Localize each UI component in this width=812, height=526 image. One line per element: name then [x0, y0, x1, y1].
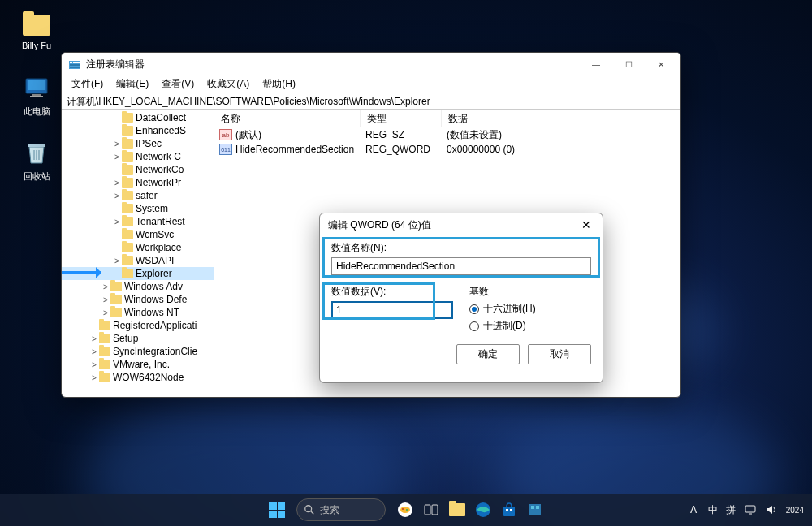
tree-item[interactable]: Workplace [62, 241, 214, 254]
maximize-button[interactable]: ☐ [612, 54, 645, 74]
list-row[interactable]: 011HideRecommendedSectionREG_QWORD0x0000… [214, 142, 680, 157]
tree-item[interactable]: >NetworkPr [62, 176, 214, 189]
tree-item[interactable]: Explorer [62, 267, 214, 280]
list-header: 名称 类型 数据 [214, 110, 680, 127]
tree-item[interactable]: >VMware, Inc. [62, 358, 214, 371]
tree-item[interactable]: >safer [62, 189, 214, 202]
taskbar-file-explorer[interactable] [446, 498, 469, 521]
folder-icon [122, 191, 133, 200]
minimize-button[interactable]: — [580, 54, 612, 74]
desktop-icon-this-pc[interactable]: 此电脑 [12, 73, 61, 118]
base-label: 基数 [469, 285, 591, 299]
folder-icon [122, 139, 133, 149]
value-name-field[interactable]: HideRecommendedSection [331, 257, 591, 275]
folder-icon [122, 204, 133, 213]
col-type[interactable]: 类型 [361, 110, 442, 127]
tree-item[interactable]: DataCollect [62, 111, 214, 124]
tree-item[interactable]: NetworkCo [62, 163, 214, 176]
value-data-input[interactable]: 1 [331, 301, 453, 319]
tree-label: SyncIntegrationClie [113, 346, 197, 357]
tree-item[interactable]: System [62, 202, 214, 215]
network-icon[interactable] [744, 503, 757, 516]
folder-icon [99, 360, 110, 369]
tree-item[interactable]: RegisteredApplicati [62, 319, 214, 332]
dialog-close-button[interactable]: ✕ [578, 218, 594, 231]
folder-icon [99, 373, 110, 382]
tree-item[interactable]: >WSDAPI [62, 254, 214, 267]
svg-rect-10 [70, 67, 80, 68]
taskbar-app-2[interactable] [524, 498, 546, 521]
radio-hex[interactable]: 十六进制(H) [469, 302, 591, 316]
tree-label: NetworkPr [136, 177, 181, 188]
tree-label: Windows Adv [124, 281, 183, 292]
recycle-bin-icon [22, 138, 51, 167]
start-button[interactable] [266, 498, 288, 521]
svg-rect-20 [503, 507, 515, 516]
taskbar-app-1[interactable] [394, 498, 417, 521]
tree-item[interactable]: WcmSvc [62, 228, 214, 241]
tree-item[interactable]: >Network C [62, 150, 214, 163]
value-name: (默认) [235, 128, 365, 142]
taskbar-search[interactable]: 搜索 [296, 498, 386, 521]
tray-chevron-up-icon[interactable]: ᐱ [687, 503, 700, 516]
desktop-icon-recycle-bin[interactable]: 回收站 [12, 138, 61, 183]
value-data: (数值未设置) [447, 128, 680, 142]
tree-label: System [136, 203, 168, 214]
folder-icon [110, 282, 122, 291]
tree-label: NetworkCo [136, 164, 184, 175]
tree-view[interactable]: DataCollectEnhancedS>IPSec>Network CNetw… [62, 110, 214, 397]
tree-item[interactable]: >IPSec [62, 137, 214, 150]
svg-rect-8 [76, 62, 80, 63]
menu-file[interactable]: 文件(F) [65, 75, 110, 93]
svg-point-11 [305, 506, 312, 512]
menu-favorites[interactable]: 收藏夹(A) [201, 75, 256, 93]
clock-year[interactable]: 2024 [786, 506, 804, 515]
svg-rect-17 [425, 505, 430, 515]
svg-line-12 [311, 511, 314, 515]
tree-label: EnhancedS [136, 125, 186, 136]
value-name-label: 数值名称(N): [331, 241, 591, 255]
cancel-button[interactable]: 取消 [528, 344, 591, 364]
tree-item[interactable]: >WOW6432Node [62, 371, 214, 384]
desktop-icon-label: Billy Fu [12, 41, 61, 50]
menubar: 文件(F) 编辑(E) 查看(V) 收藏夹(A) 帮助(H) [62, 75, 680, 93]
radio-icon [469, 321, 479, 331]
address-bar[interactable]: 计算机\HKEY_LOCAL_MACHINE\SOFTWARE\Policies… [62, 93, 680, 110]
col-name[interactable]: 名称 [214, 110, 361, 127]
volume-icon[interactable] [765, 503, 778, 516]
folder-icon [122, 217, 133, 226]
list-row[interactable]: ab(默认)REG_SZ(数值未设置) [214, 127, 680, 142]
folder-icon [23, 15, 50, 36]
svg-rect-6 [70, 62, 72, 63]
close-button[interactable]: ✕ [645, 54, 677, 74]
titlebar[interactable]: 注册表编辑器 — ☐ ✕ [62, 53, 680, 75]
menu-help[interactable]: 帮助(H) [256, 75, 302, 93]
dialog-title: 编辑 QWORD (64 位)值 [328, 218, 578, 232]
menu-edit[interactable]: 编辑(E) [110, 75, 155, 93]
tree-item[interactable]: >Windows Defe [62, 293, 214, 306]
tree-item[interactable]: >TenantRest [62, 215, 214, 228]
ime-indicator-2[interactable]: 拼 [726, 503, 736, 517]
tree-item[interactable]: >Setup [62, 332, 214, 345]
regedit-icon [68, 58, 81, 71]
taskbar-task-view[interactable] [420, 498, 443, 521]
menu-view[interactable]: 查看(V) [155, 75, 201, 93]
folder-icon [99, 321, 110, 330]
taskbar-edge[interactable] [472, 498, 495, 521]
tree-item[interactable]: EnhancedS [62, 124, 214, 137]
binary-value-icon: 011 [219, 144, 232, 155]
svg-rect-18 [432, 505, 438, 515]
desktop-icon-folder[interactable]: Billy Fu [12, 8, 61, 50]
dialog-titlebar[interactable]: 编辑 QWORD (64 位)值 ✕ [320, 213, 603, 236]
taskbar-store[interactable] [498, 498, 520, 521]
folder-icon [122, 165, 133, 175]
ime-indicator-1[interactable]: 中 [708, 503, 718, 517]
col-data[interactable]: 数据 [442, 110, 680, 127]
radio-dec[interactable]: 十进制(D) [469, 319, 591, 333]
ok-button[interactable]: 确定 [456, 344, 520, 364]
tree-item[interactable]: >Windows NT [62, 306, 214, 319]
folder-icon [99, 347, 110, 356]
tree-item[interactable]: >Windows Adv [62, 280, 214, 293]
tree-label: WSDAPI [136, 255, 174, 266]
tree-item[interactable]: >SyncIntegrationClie [62, 345, 214, 358]
